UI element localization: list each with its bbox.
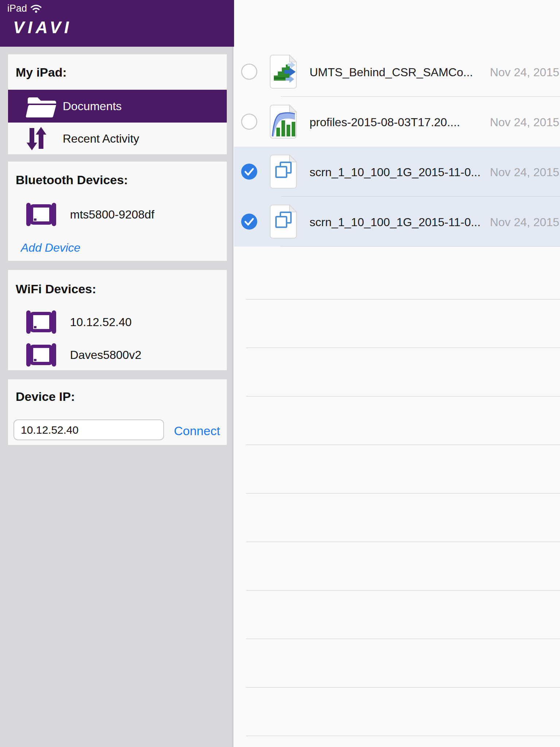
device-ip-panel: Device IP: Connect (8, 379, 227, 445)
test-device-icon (26, 202, 57, 227)
add-device-link[interactable]: Add Device (21, 241, 81, 255)
wifi-panel: WiFi Devices: 10.12.52.40 (8, 270, 227, 370)
document-date: Nov 24, 2015 (490, 66, 559, 79)
empty-row-separator (246, 736, 560, 736)
document-name: scrn_1_10_100_1G_2015-11-0... (310, 166, 481, 179)
sidebar-item-label: Recent Activity (63, 132, 139, 146)
my-ipad-panel: My iPad: Documents (8, 54, 227, 154)
empty-row-separator (246, 687, 560, 688)
document-row[interactable]: scrn_1_10_100_1G_2015-11-0... Nov 24, 20… (234, 197, 560, 247)
row-separator (281, 246, 560, 247)
document-date: Nov 24, 2015 (490, 166, 559, 179)
file-icon (269, 154, 297, 189)
empty-row-separator (246, 639, 560, 639)
device-name: mts5800-9208df (70, 208, 154, 221)
unchecked-checkbox-icon[interactable] (241, 113, 257, 130)
file-icon (269, 204, 297, 239)
unchecked-checkbox-icon[interactable] (241, 63, 257, 80)
empty-row-separator (246, 590, 560, 591)
file-icon (269, 104, 297, 139)
test-device-icon (26, 309, 57, 335)
empty-row-separator (246, 396, 560, 396)
bluetooth-panel: Bluetooth Devices: mts5800-9208df Add De… (8, 162, 227, 261)
document-row[interactable]: profiles-2015-08-03T17.20.... Nov 24, 20… (234, 97, 560, 147)
device-name: 10.12.52.40 (70, 316, 132, 329)
sidebar-item-recent-activity[interactable]: Recent Activity (8, 123, 227, 154)
document-name: profiles-2015-08-03T17.20.... (310, 116, 460, 129)
checked-checkbox-icon[interactable] (241, 213, 257, 230)
device-ip-label: Device IP: (16, 390, 75, 403)
document-name: UMTS_Behind_CSR_SAMCo... (310, 66, 473, 79)
document-date: Nov 24, 2015 (490, 116, 559, 129)
app-screen: iPad 4:25 PM 56% (0, 0, 560, 747)
document-list: UMTS_Behind_CSR_SAMCo... Nov 24, 2015 (234, 0, 560, 747)
folder-icon (26, 95, 58, 117)
my-ipad-label: My iPad: (16, 66, 67, 79)
empty-row-separator (246, 542, 560, 542)
document-row[interactable]: scrn_1_10_100_1G_2015-11-0... Nov 24, 20… (234, 147, 560, 197)
connect-link[interactable]: Connect (174, 424, 220, 438)
sidebar-item-label: Documents (63, 100, 122, 113)
transfer-arrows-icon (26, 126, 47, 151)
file-icon (269, 54, 297, 89)
device-ip-input[interactable] (13, 419, 164, 440)
empty-row-separator (246, 493, 560, 494)
empty-row-separator (246, 348, 560, 348)
test-device-icon (26, 342, 57, 368)
bluetooth-label: Bluetooth Devices: (16, 173, 128, 186)
wifi-device-row[interactable]: 10.12.52.40 (26, 309, 132, 335)
sidebar-item-documents[interactable]: Documents (8, 90, 227, 123)
wifi-label: WiFi Devices: (16, 282, 96, 295)
viavi-logo: VIAVI (13, 18, 72, 37)
checked-checkbox-icon[interactable] (241, 163, 257, 180)
document-date: Nov 24, 2015 (490, 216, 559, 229)
bluetooth-device-row[interactable]: mts5800-9208df (26, 202, 154, 227)
document-row[interactable]: UMTS_Behind_CSR_SAMCo... Nov 24, 2015 (234, 47, 560, 97)
empty-row-separator (246, 299, 560, 299)
empty-row-separator (246, 445, 560, 445)
sidebar: My iPad: Documents (0, 47, 233, 747)
wifi-device-row[interactable]: Daves5800v2 (26, 342, 141, 368)
device-name: Daves5800v2 (70, 348, 141, 362)
document-name: scrn_1_10_100_1G_2015-11-0... (310, 216, 481, 229)
